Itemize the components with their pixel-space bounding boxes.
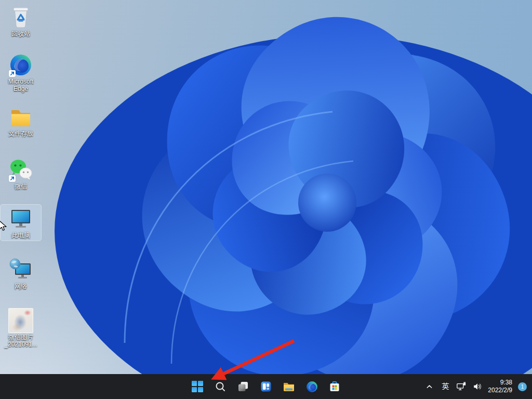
widgets-icon: [260, 380, 272, 393]
edge-icon: [305, 380, 318, 393]
wechat-icon: [8, 157, 33, 182]
label-line-2: _2021091...: [4, 341, 37, 348]
taskbar-clock[interactable]: 9:38 2022/2/9: [488, 379, 512, 394]
volume-button[interactable]: [472, 381, 483, 392]
desktop: 回收站 Microsoft Edge: [0, 0, 532, 399]
clock-time: 9:38: [488, 379, 512, 387]
windows-logo-icon: [192, 381, 203, 392]
taskbar: 英 9:38 2022/2/9 1: [0, 374, 532, 399]
search-icon: [214, 380, 227, 393]
system-tray: 英 9:38 2022/2/9 1: [423, 374, 532, 399]
edge-taskbar-button[interactable]: [301, 376, 322, 397]
recycle-bin-icon: [8, 5, 33, 30]
store-icon: [328, 380, 341, 393]
desktop-icon-recycle-bin[interactable]: 回收站: [1, 3, 41, 39]
desktop-icon-label: 回收站: [11, 30, 30, 37]
ime-indicator[interactable]: 英: [440, 381, 451, 392]
hidden-icons-button[interactable]: [423, 381, 435, 392]
desktop-icon-network[interactable]: 网络: [1, 256, 41, 291]
search-button[interactable]: [210, 376, 231, 397]
file-explorer-button[interactable]: [278, 376, 299, 397]
wallpaper-bloom: [0, 0, 532, 399]
desktop-icon-this-pc[interactable]: 此电脑: [1, 205, 41, 241]
image-thumbnail: [8, 308, 33, 333]
shortcut-arrow-icon: [9, 175, 16, 182]
desktop-icon-edge[interactable]: Microsoft Edge: [1, 51, 41, 94]
desktop-icon-wechat[interactable]: 微信: [1, 156, 41, 192]
this-pc-icon: [8, 206, 33, 231]
task-view-icon: [237, 380, 249, 393]
desktop-icon-label: 文件存放: [8, 130, 33, 137]
start-button[interactable]: [187, 376, 208, 397]
desktop-icon-label: 微信: [15, 183, 27, 190]
store-button[interactable]: [324, 376, 345, 397]
desktop-icon-folder[interactable]: 文件存放: [1, 103, 41, 139]
shortcut-arrow-icon: [9, 70, 16, 77]
desktop-icon-label: 此电脑: [11, 232, 30, 239]
notification-badge[interactable]: 1: [518, 382, 527, 391]
desktop-icon-label: 网络: [15, 283, 27, 290]
widgets-button[interactable]: [256, 376, 276, 397]
desktop-icon-label: Microsoft Edge: [1, 78, 41, 92]
edge-icon: [8, 52, 33, 77]
desktop-icon-wechat-image[interactable]: 微信图片 _2021091...: [1, 307, 41, 350]
folder-icon: [8, 104, 33, 129]
taskbar-center-group: [187, 374, 345, 399]
label-line-1: 微信图片: [8, 334, 33, 341]
speaker-icon: [472, 381, 483, 392]
chevron-up-icon: [425, 383, 433, 391]
clock-date: 2022/2/9: [488, 387, 512, 394]
network-icon: [8, 257, 33, 282]
ethernet-icon: [456, 381, 467, 392]
network-status-button[interactable]: [456, 381, 467, 392]
task-view-button[interactable]: [233, 376, 254, 397]
desktop-icon-label: 微信图片 _2021091...: [4, 334, 37, 348]
file-explorer-icon: [283, 380, 295, 393]
